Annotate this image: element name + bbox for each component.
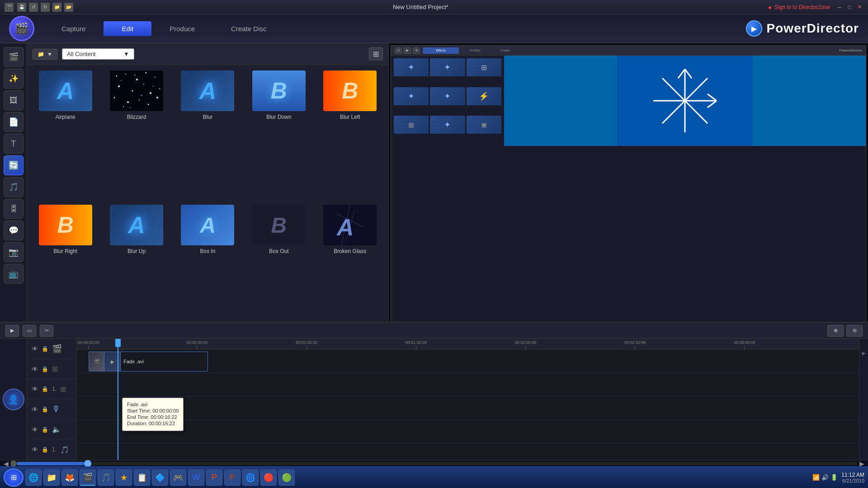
sidebar-mix-icon[interactable]: 🎛 [4,199,24,219]
tl-scroll-right[interactable]: ▶ [862,351,866,356]
effect-box-in[interactable]: A Box In [173,203,242,335]
lock-icon-5[interactable]: 🔒 [42,427,48,433]
inner-tab-active: Effects [423,47,459,54]
inner-branding: PowerDirector [839,48,862,52]
taskbar-app7[interactable]: 📋 [134,469,150,486]
sidebar-capture-icon[interactable]: 📷 [4,242,24,262]
tooltip-duration: Duration: 00:00:16:22 [127,421,179,426]
taskbar-time: 11:12 AM [841,472,864,478]
maximize-button[interactable]: □ [845,3,854,11]
effect-thumb-blur-left: B [323,70,377,111]
taskbar-ie[interactable]: 🌐 [25,469,42,486]
effect-thumb-blur-right: B [39,205,92,245]
inner-tool-1[interactable]: ⊡ [395,47,402,54]
taskbar-explorer[interactable]: 📁 [43,469,60,486]
sidebar-subtitle-icon[interactable]: 💬 [4,221,24,240]
timeline-scroll-track[interactable] [17,462,858,465]
eye-icon-2[interactable]: 👁 [32,366,38,373]
taskbar-app11[interactable]: P [206,469,222,486]
effect-blur[interactable]: A Blur [173,69,242,201]
tl-tool-2[interactable]: ▭ [23,325,36,337]
tl-tool-1[interactable]: ▶ [5,325,19,337]
lock-icon-2[interactable]: 🔒 [42,366,48,372]
open-project-icon[interactable]: 📂 [64,3,73,12]
sidebar-effects-icon[interactable]: ✨ [4,69,24,89]
playhead-small[interactable] [10,460,17,467]
effect-broken-glass[interactable]: A Broken Glass [316,203,385,335]
sidebar-tv-icon[interactable]: 📺 [4,264,24,284]
save-icon[interactable]: 💾 [17,3,26,12]
sidebar-transition-icon[interactable]: 🔄 [4,155,24,175]
effect-blur-down[interactable]: B Blur Down [244,69,313,201]
eye-icon-3[interactable]: 👁 [32,385,38,393]
effect-blizzard[interactable]: Blizzard [102,69,171,201]
track-music: 👁 🔒 🔈 [27,420,76,440]
inner-tool-3[interactable]: ⚙ [413,47,420,54]
tab-create-disc[interactable]: Create Disc [213,21,284,36]
sidebar-pip-icon[interactable]: 🖼 [4,90,24,110]
open-folder-icon[interactable]: 📁 [52,3,61,12]
effect-thumb-blur: A [181,70,234,111]
tl-zoom-in[interactable]: ⊕ [827,325,844,337]
eye-icon[interactable]: 👁 [32,345,38,352]
svg-point-17 [134,75,136,76]
effect-blur-left[interactable]: B Blur Left [316,69,385,201]
close-button[interactable]: ✕ [855,3,863,11]
sidebar-title-icon[interactable]: T [4,134,24,154]
grid-icon: ⊞ [373,50,379,58]
taskbar-app13[interactable]: 🌀 [242,469,259,486]
taskbar-app12[interactable]: P [224,469,241,486]
track-video-3: 👁 🔒 1. ⊞ [27,379,76,399]
taskbar-app9[interactable]: 🎮 [170,469,186,486]
playhead[interactable] [118,339,118,460]
svg-point-15 [123,106,124,107]
taskbar-app8[interactable]: 🔷 [152,469,168,486]
sidebar-media-icon[interactable]: 🎬 [4,47,24,67]
lock-icon[interactable]: 🔒 [42,346,48,352]
minimize-button[interactable]: ─ [835,3,844,11]
video-clip-fade[interactable]: ▶ Fade .avi [104,352,208,371]
taskbar-app14[interactable]: 🔴 [260,469,277,486]
sidebar-overlay-icon[interactable]: 📄 [4,112,24,132]
tl-tool-3[interactable]: ✂ [40,325,53,337]
svg-point-7 [132,90,133,92]
logo-icon: 🎬 [15,22,28,35]
sign-in-button[interactable]: ● Sign in to DirectorZone [768,4,830,11]
sidebar-audio-icon[interactable]: 🎵 [4,177,24,197]
audio-icon: 🎵 [60,446,69,454]
app-logo: 🎬 [9,16,34,41]
tab-produce[interactable]: Produce [151,21,213,36]
redo-icon[interactable]: ↻ [41,3,50,12]
effect-blur-right[interactable]: B Blur Right [31,203,100,335]
eye-icon-4[interactable]: 👁 [32,406,38,413]
tl-zoom-out[interactable]: ⊖ [846,325,863,337]
content-dropdown[interactable]: All Content ▼ [62,48,134,60]
lock-icon-3[interactable]: 🔒 [42,386,48,392]
undo-icon[interactable]: ↺ [29,3,38,12]
grid-view-button[interactable]: ⊞ [369,47,383,61]
taskbar-app10[interactable]: W [188,469,204,486]
filter-button[interactable]: 📁 ▼ [33,49,57,60]
taskbar-app5[interactable]: 🎵 [98,469,114,486]
effect-airplane[interactable]: A Airplane [31,69,100,201]
track-video-2: 👁 🔒 ⊞ [27,359,76,380]
effect-thumb-box-out: B [252,205,306,245]
effect-label-airplane: Airplane [56,114,75,120]
taskbar-firefox[interactable]: 🦊 [61,469,78,486]
inner-tool-2[interactable]: ▶ [404,47,411,54]
taskbar-app15[interactable]: 🟢 [278,469,295,486]
tab-edit[interactable]: Edit [104,21,151,36]
lock-icon-6[interactable]: 🔒 [42,446,48,453]
tab-capture[interactable]: Capture [43,21,104,36]
effect-blur-up[interactable]: A Blur Up [102,203,171,335]
eye-icon-5[interactable]: 👁 [32,426,38,433]
start-button[interactable]: ⊞ [4,469,24,487]
taskbar-powerdirector[interactable]: 🎬 [80,469,96,486]
lock-icon-4[interactable]: 🔒 [42,406,48,413]
effect-box-out[interactable]: B Box Out [244,203,313,335]
taskbar-app6[interactable]: ★ [116,469,132,486]
eye-icon-6[interactable]: 👁 [32,446,38,453]
effect-label-blur-down: Blur Down [266,114,291,120]
effect-label-blur-up: Blur Up [127,248,146,254]
svg-point-8 [143,84,144,84]
